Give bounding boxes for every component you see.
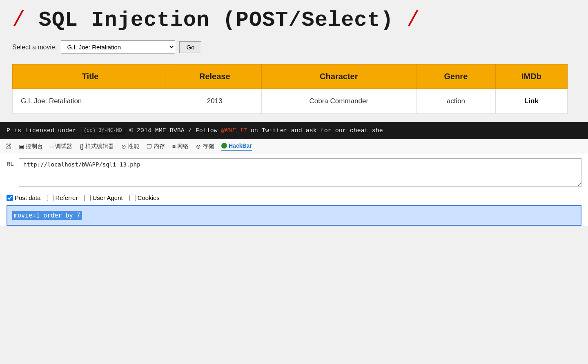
storage-label: 存储	[203, 143, 214, 150]
perf-label: 性能	[128, 143, 139, 150]
toolbar-responsive[interactable]: 器	[6, 143, 11, 150]
title-main: SQL Injection (POST/Select)	[25, 8, 407, 32]
table-header-row: Title Release Character Genre IMDb	[13, 64, 568, 89]
suffix-slash: /	[407, 8, 420, 32]
toolbar-performance[interactable]: ⊙ 性能	[121, 143, 139, 150]
toolbar-style-editor[interactable]: {} 样式编辑器	[80, 143, 114, 150]
cookies-label: Cookies	[138, 194, 160, 201]
select-label: Select a movie:	[12, 44, 57, 51]
cell-imdb[interactable]: Link	[495, 89, 567, 114]
post-data-value[interactable]: movie=1 order by 7	[12, 211, 82, 220]
toolbar-memory[interactable]: ❐ 内存	[147, 143, 165, 150]
table-row: G.I. Joe: Retaliation 2013 Cobra Command…	[13, 89, 568, 114]
checkbox-useragent[interactable]: User Agent	[84, 194, 122, 201]
select-row: Select a movie: G.I. Joe: Retaliation Ir…	[12, 40, 576, 54]
cc-badge: (cc) BY-NC-ND	[82, 127, 124, 134]
perf-icon: ⊙	[121, 143, 126, 150]
dev-toolbar: 器 ▣ 控制台 ○ 调试器 {} 样式编辑器 ⊙ 性能 ❐ 内存 ≡ 网络 ⊜ …	[0, 139, 588, 154]
go-button[interactable]: Go	[179, 41, 201, 53]
post-data-box[interactable]: movie=1 order by 7	[7, 205, 581, 226]
url-label: RL	[7, 158, 19, 167]
debugger-icon: ○	[50, 143, 53, 150]
page-title: / SQL Injection (POST/Select) /	[12, 8, 576, 32]
col-genre: Genre	[416, 64, 496, 89]
col-title: Title	[13, 64, 168, 89]
style-label: 样式编辑器	[85, 143, 114, 150]
useragent-checkbox[interactable]	[84, 195, 91, 201]
checkbox-cookies[interactable]: Cookies	[129, 194, 160, 201]
hackbar-label: HackBar	[229, 142, 252, 149]
console-icon: ▣	[19, 143, 24, 150]
toolbar-console[interactable]: ▣ 控制台	[19, 143, 43, 150]
cell-release: 2013	[168, 89, 261, 114]
cell-title: G.I. Joe: Retaliation	[13, 89, 168, 114]
toolbar-hackbar[interactable]: HackBar	[221, 142, 252, 151]
hackbar-section: RL http://localhost/bWAPP/sqli_13.php Po…	[0, 154, 588, 226]
useragent-label: User Agent	[92, 194, 122, 201]
referrer-label: Referrer	[55, 194, 78, 201]
hackbar-dot-icon	[221, 143, 227, 149]
col-imdb: IMDb	[495, 64, 567, 89]
cell-genre: action	[416, 89, 496, 114]
col-character: Character	[261, 64, 416, 89]
checkbox-postdata[interactable]: Post data	[7, 194, 40, 201]
network-label: 网络	[177, 143, 189, 150]
storage-icon: ⊜	[196, 143, 201, 150]
cookies-checkbox[interactable]	[129, 195, 136, 201]
postdata-label: Post data	[15, 194, 40, 201]
prefix-slash: /	[12, 8, 25, 32]
network-icon: ≡	[172, 143, 176, 150]
movie-select[interactable]: G.I. Joe: Retaliation Iron Man The Dark …	[61, 40, 175, 54]
data-table: Title Release Character Genre IMDb G.I. …	[12, 64, 568, 114]
footer-text-end: on Twitter and ask for our cheat she	[251, 127, 383, 134]
postdata-checkbox[interactable]	[7, 195, 13, 201]
checkbox-row: Post data Referrer User Agent Cookies	[0, 190, 588, 205]
hackbar-url-input[interactable]: http://localhost/bWAPP/sqli_13.php	[19, 158, 581, 187]
debugger-label: 调试器	[55, 143, 72, 150]
footer-bar: P is licensed under (cc) BY-NC-ND © 2014…	[0, 122, 588, 139]
checkbox-referrer[interactable]: Referrer	[47, 194, 78, 201]
toolbar-network[interactable]: ≡ 网络	[172, 143, 189, 150]
hackbar-url-row: RL http://localhost/bWAPP/sqli_13.php	[0, 158, 588, 187]
memory-label: 内存	[154, 143, 165, 150]
footer-text-after-cc: © 2014 MME BVBA / Follow	[129, 127, 221, 134]
referrer-checkbox[interactable]	[47, 195, 53, 201]
style-icon: {}	[80, 143, 83, 150]
col-release: Release	[168, 64, 261, 89]
imdb-link[interactable]: Link	[524, 97, 539, 105]
twitter-link[interactable]: @MME_IT	[221, 127, 247, 134]
footer-text-before: P is licensed under	[7, 127, 80, 134]
toolbar-storage[interactable]: ⊜ 存储	[196, 143, 214, 150]
console-label: 控制台	[26, 143, 43, 150]
memory-icon: ❐	[147, 143, 152, 150]
toolbar-debugger[interactable]: ○ 调试器	[50, 143, 72, 150]
cell-character: Cobra Commander	[261, 89, 416, 114]
